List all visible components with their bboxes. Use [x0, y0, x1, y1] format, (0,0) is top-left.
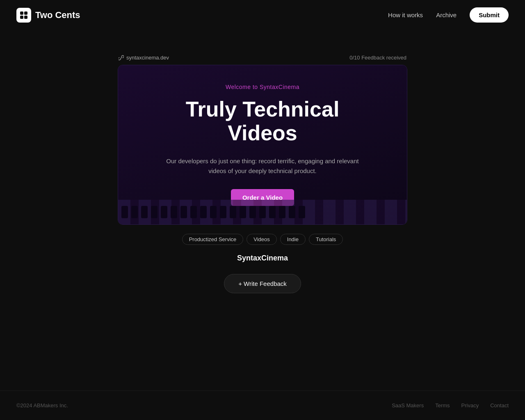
footer-link-saasmakers[interactable]: SaaS Makers	[392, 402, 424, 409]
logo[interactable]: Two Cents	[16, 8, 80, 23]
hero-title: Truly Technical Videos	[186, 98, 340, 144]
footer-link-privacy[interactable]: Privacy	[461, 402, 479, 409]
footer: ©2024 ABMakers Inc. SaaS Makers Terms Pr…	[0, 390, 525, 420]
product-card: syntaxcinema.dev 0/10 Feedback received …	[117, 55, 408, 293]
footer-copyright: ©2024 ABMakers Inc.	[16, 402, 68, 409]
write-feedback-button[interactable]: + Write Feedback	[224, 274, 301, 293]
svg-rect-0	[20, 11, 23, 15]
screenshot-card: Welcome to SyntaxCinema Truly Technical …	[118, 65, 407, 225]
hero-subtitle: Our developers do just one thing: record…	[164, 156, 361, 176]
tag-videos: Videos	[247, 234, 277, 245]
footer-link-terms[interactable]: Terms	[435, 402, 450, 409]
url-text: syntaxcinema.dev	[126, 55, 169, 61]
film-strip	[118, 200, 407, 224]
logo-text: Two Cents	[35, 10, 80, 21]
nav-archive[interactable]: Archive	[436, 11, 457, 18]
welcome-text: Welcome to SyntaxCinema	[226, 84, 299, 90]
product-url[interactable]: syntaxcinema.dev	[119, 55, 169, 61]
tag-indie: Indie	[280, 234, 306, 245]
submit-button[interactable]: Submit	[470, 7, 509, 23]
nav-links: How it works Archive Submit	[388, 7, 509, 23]
tag-productized-service: Productized Service	[182, 234, 244, 245]
svg-rect-1	[24, 11, 27, 15]
tags-row: Productized Service Videos Indie Tutoria…	[182, 234, 343, 245]
nav-how-it-works[interactable]: How it works	[388, 11, 423, 18]
product-name: SyntaxCinema	[237, 254, 288, 262]
link-icon	[119, 55, 124, 60]
svg-rect-3	[24, 16, 27, 19]
main-content: syntaxcinema.dev 0/10 Feedback received …	[0, 30, 525, 310]
feedback-count: 0/10 Feedback received	[349, 55, 406, 61]
logo-icon	[16, 8, 31, 23]
svg-rect-2	[20, 16, 23, 19]
card-meta: syntaxcinema.dev 0/10 Feedback received	[117, 55, 408, 65]
navbar: Two Cents How it works Archive Submit	[0, 0, 525, 30]
footer-links: SaaS Makers Terms Privacy Contact	[392, 402, 509, 409]
tag-tutorials: Tutorials	[309, 234, 343, 245]
footer-link-contact[interactable]: Contact	[490, 402, 509, 409]
